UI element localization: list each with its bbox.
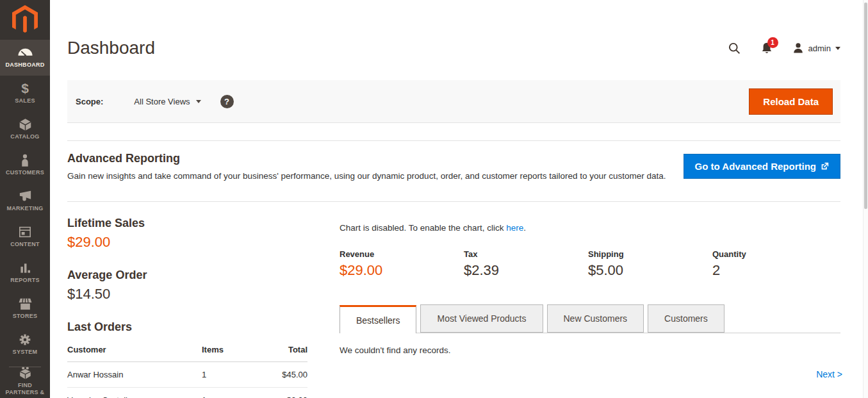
next-page-link[interactable]: Next > bbox=[816, 369, 842, 379]
notification-badge[interactable]: 1 bbox=[767, 37, 778, 48]
metric-revenue: Revenue $29.00 bbox=[340, 249, 464, 279]
sidebar-item-sales[interactable]: $ SALES bbox=[0, 76, 50, 112]
table-row[interactable]: Anwar Hossain 1 $45.00 bbox=[67, 362, 307, 388]
magento-logo-icon bbox=[12, 5, 38, 35]
header-actions: 1 admin bbox=[728, 42, 840, 55]
dashboard-content: Lifetime Sales $29.00 Average Order $14.… bbox=[67, 201, 840, 398]
chart-note-text: Chart is disabled. To enable the chart, … bbox=[340, 223, 506, 233]
sidebar-item-label: SALES bbox=[13, 97, 37, 104]
column-header-total: Total bbox=[263, 340, 307, 362]
sidebar-item-label: CUSTOMERS bbox=[4, 169, 45, 176]
store-view-switcher[interactable]: All Store Views bbox=[134, 97, 201, 106]
table-row[interactable]: Veronica Costello 1 $0.00 bbox=[67, 388, 307, 398]
advanced-reporting-section: Advanced Reporting Gain new insights and… bbox=[67, 140, 840, 192]
layout-icon bbox=[19, 226, 31, 238]
sidebar-item-dashboard[interactable]: DASHBOARD bbox=[0, 40, 50, 76]
sidebar-item-system[interactable]: SYSTEM bbox=[0, 327, 50, 363]
sidebar-item-label: MARKETING bbox=[5, 205, 44, 212]
order-customer: Anwar Hossain bbox=[67, 362, 202, 388]
tab-most-viewed-products[interactable]: Most Viewed Products bbox=[420, 304, 543, 333]
metric-quantity: Quantity 2 bbox=[712, 249, 837, 279]
dashboard-tabs: Bestsellers Most Viewed Products New Cus… bbox=[340, 304, 840, 333]
advanced-reporting-title: Advanced Reporting bbox=[67, 152, 666, 165]
metric-value: $29.00 bbox=[340, 262, 464, 279]
go-to-advanced-reporting-button[interactable]: Go to Advanced Reporting bbox=[684, 154, 840, 179]
enable-chart-link[interactable]: here bbox=[506, 223, 523, 233]
sidebar-item-catalog[interactable]: CATALOG bbox=[0, 112, 50, 147]
sidebar-item-find-partners[interactable]: FIND PARTNERS & EXTENSIONS bbox=[0, 370, 50, 398]
help-icon[interactable]: ? bbox=[220, 95, 234, 108]
average-order-block: Average Order $14.50 bbox=[67, 269, 307, 303]
metric-value: $5.00 bbox=[588, 262, 712, 279]
order-customer: Veronica Costello bbox=[67, 388, 202, 398]
gauge-icon bbox=[18, 46, 33, 59]
metric-label: Tax bbox=[464, 249, 588, 259]
last-orders-table: Customer Items Total Anwar Hossain 1 $45… bbox=[67, 340, 307, 398]
last-orders-block: Last Orders Customer Items Total Anwar H… bbox=[67, 320, 307, 398]
metric-shipping: Shipping $5.00 bbox=[588, 249, 712, 279]
dollar-icon: $ bbox=[21, 82, 29, 95]
average-order-value: $14.50 bbox=[67, 286, 307, 303]
order-total: $0.00 bbox=[263, 388, 307, 398]
sidebar-item-label: FIND PARTNERS & EXTENSIONS bbox=[0, 382, 50, 398]
empty-records-message: We couldn't find any records. bbox=[340, 345, 840, 355]
sidebar-item-reports[interactable]: REPORTS bbox=[0, 255, 50, 291]
advanced-reporting-description: Gain new insights and take command of yo… bbox=[67, 171, 666, 181]
sidebar-item-label: CATALOG bbox=[9, 133, 40, 140]
magento-logo[interactable] bbox=[0, 0, 50, 40]
reload-data-button[interactable]: Reload Data bbox=[749, 88, 833, 115]
sidebar-item-stores[interactable]: STORES bbox=[0, 291, 50, 327]
admin-username: admin bbox=[808, 44, 831, 53]
extensions-icon bbox=[19, 367, 32, 379]
lifetime-sales-block: Lifetime Sales $29.00 bbox=[67, 217, 307, 251]
chevron-down-icon bbox=[196, 100, 201, 103]
go-to-advanced-reporting-label: Go to Advanced Reporting bbox=[695, 161, 816, 172]
page-title: Dashboard bbox=[67, 37, 155, 59]
metric-label: Quantity bbox=[712, 249, 837, 259]
chart-note-suffix: . bbox=[523, 223, 526, 233]
scope-bar: Scope: All Store Views ? Reload Data bbox=[67, 80, 840, 123]
tab-new-customers[interactable]: New Customers bbox=[547, 304, 644, 333]
page-header: Dashboard 1 admin bbox=[67, 0, 840, 59]
metric-tax: Tax $2.39 bbox=[464, 249, 588, 279]
metric-label: Revenue bbox=[340, 249, 464, 259]
metrics-row: Revenue $29.00 Tax $2.39 Shipping $5.00 … bbox=[340, 249, 840, 279]
store-icon bbox=[19, 297, 32, 310]
metric-value: $2.39 bbox=[464, 262, 588, 279]
sidebar-item-label: REPORTS bbox=[9, 277, 41, 284]
tab-customers[interactable]: Customers bbox=[648, 304, 725, 333]
store-view-value: All Store Views bbox=[134, 97, 190, 106]
megaphone-icon bbox=[19, 190, 32, 203]
user-avatar-icon bbox=[792, 42, 804, 54]
search-icon[interactable] bbox=[728, 42, 741, 55]
chart-disabled-note: Chart is disabled. To enable the chart, … bbox=[340, 223, 840, 233]
gear-icon bbox=[19, 333, 31, 346]
vertical-scrollbar[interactable] bbox=[863, 0, 868, 398]
sidebar-item-label: DASHBOARD bbox=[4, 62, 45, 69]
scope-label: Scope: bbox=[76, 97, 103, 106]
scrollbar-thumb[interactable] bbox=[864, 3, 867, 209]
notifications-bell-icon[interactable]: 1 bbox=[760, 42, 773, 55]
sales-summary-column: Lifetime Sales $29.00 Average Order $14.… bbox=[67, 217, 307, 398]
metric-label: Shipping bbox=[588, 249, 712, 259]
lifetime-sales-title: Lifetime Sales bbox=[67, 217, 307, 230]
advanced-reporting-text: Advanced Reporting Gain new insights and… bbox=[67, 152, 666, 181]
column-header-items: Items bbox=[202, 340, 263, 362]
person-icon bbox=[19, 154, 31, 167]
metric-value: 2 bbox=[712, 262, 837, 279]
sidebar-item-label: SYSTEM bbox=[12, 349, 39, 356]
last-orders-title: Last Orders bbox=[67, 320, 307, 334]
dashboard-right-column: Chart is disabled. To enable the chart, … bbox=[340, 217, 840, 398]
order-items: 1 bbox=[202, 362, 263, 388]
bar-chart-icon bbox=[19, 261, 31, 274]
admin-menu[interactable]: admin bbox=[792, 42, 840, 54]
lifetime-sales-value: $29.00 bbox=[67, 234, 307, 251]
box-icon bbox=[19, 118, 32, 131]
average-order-title: Average Order bbox=[67, 269, 307, 282]
tab-bestsellers[interactable]: Bestsellers bbox=[340, 305, 416, 333]
sidebar-item-customers[interactable]: CUSTOMERS bbox=[0, 147, 50, 183]
order-total: $45.00 bbox=[263, 362, 307, 388]
order-items: 1 bbox=[202, 388, 263, 398]
sidebar-item-marketing[interactable]: MARKETING bbox=[0, 183, 50, 219]
sidebar-item-content[interactable]: CONTENT bbox=[0, 219, 50, 255]
